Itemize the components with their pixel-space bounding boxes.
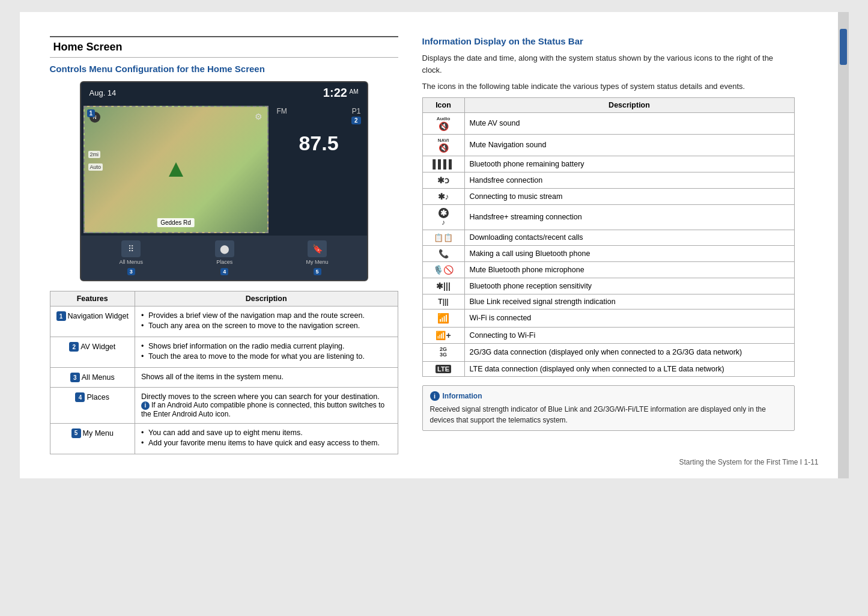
bullet-item: You can add and save up to eight menu it… — [141, 428, 392, 437]
status-icon-header: Icon — [422, 97, 464, 112]
screen-time: 1:22 AM — [323, 86, 359, 100]
badge-inline: 2 — [69, 342, 79, 352]
screen-right-panel: FM P1 2 87.5 — [271, 103, 367, 236]
mute-mic-icon: 🎙️🚫 — [428, 265, 460, 275]
screen-status-bar: Aug. 14 1:22 AM — [81, 82, 367, 103]
screen-icon-places[interactable]: ⬤ Places 4 — [215, 240, 234, 275]
mymenu-icon: 🔖 — [308, 240, 327, 257]
places-label: Places — [216, 259, 232, 265]
handsfree-icon: ✱ᴐ — [428, 175, 460, 185]
radio-label: FM — [277, 107, 287, 115]
status-icon-cell: T||| — [422, 294, 464, 309]
navi-mute-icon: NAVI🔇 — [428, 138, 460, 153]
nav-arrow-container — [169, 162, 183, 177]
status-desc-cell: 2G/3G data connection (displayed only wh… — [464, 343, 794, 362]
status-desc-cell: Bluetooth phone reception sensitivity — [464, 278, 794, 294]
nav-arrow-icon — [169, 162, 183, 177]
badge-5: 5 — [314, 268, 321, 275]
feature-cell: 4Places — [50, 388, 135, 424]
status-desc-cell: Handsfree connection — [464, 172, 794, 188]
status-table-row: LTELTE data connection (displayed only w… — [422, 362, 794, 377]
screen-icon-allmenus[interactable]: ⠿ All Menus 3 — [119, 240, 143, 275]
page-footer: Starting the System for the First Time I… — [679, 458, 818, 466]
screen-body: N 2mi Auto ⚙ Geddes Rd 1 FM P1 — [81, 103, 367, 236]
status-table-row: NAVI🔇Mute Navigation sound — [422, 134, 794, 156]
music-stream-icon: ✱♪ — [428, 192, 460, 201]
feature-table-row: 3All MenusShows all of the items in the … — [50, 368, 398, 388]
status-desc-cell: Bluetooth phone remaining battery — [464, 156, 794, 172]
lte-icon: LTE — [428, 365, 460, 373]
map-distance: 2mi — [88, 151, 101, 158]
feature-table-row: 4PlacesDirectly moves to the screen wher… — [50, 388, 398, 424]
screen-frequency: 87.5 — [277, 132, 361, 155]
bt-reception-icon: ✱||| — [428, 281, 460, 291]
page-container: Home Screen Controls Menu Configuration … — [20, 12, 849, 478]
badge-inline: 3 — [70, 373, 80, 382]
badge-inline: 5 — [71, 428, 81, 438]
bullet-item: Shows brief information on the radio med… — [141, 342, 392, 350]
status-icon-cell: ✱♪ — [422, 204, 464, 230]
info-icon-inline: i — [141, 401, 150, 410]
status-table-row: T|||Blue Link received signal strength i… — [422, 294, 794, 309]
battery-icon: ▌▌▌▌ — [428, 159, 460, 169]
scrollbar-thumb[interactable] — [840, 29, 847, 65]
status-desc-cell: Making a call using Bluetooth phone — [464, 245, 794, 261]
badge-2: 2 — [351, 117, 361, 124]
status-table-row: 📶+Connecting to Wi-Fi — [422, 327, 794, 343]
wifi-connected-icon: 📶 — [428, 313, 460, 324]
badge-inline: 1 — [56, 311, 66, 321]
radio-channel: P1 — [352, 107, 361, 115]
status-table-row: ✱♪Connecting to music stream — [422, 188, 794, 204]
map-road-label: Geddes Rd — [157, 218, 195, 227]
status-icon-cell: ▌▌▌▌ — [422, 156, 464, 172]
status-desc-cell: Downloading contacts/recent calls — [464, 230, 794, 245]
status-icon-cell: ✱||| — [422, 278, 464, 294]
status-table-row: 📋📋Downloading contacts/recent calls — [422, 230, 794, 245]
status-desc-cell: Connecting to Wi-Fi — [464, 327, 794, 343]
desc-cell: Provides a brief view of the navigation … — [135, 306, 398, 337]
section-title: Home Screen — [50, 36, 398, 58]
desc-cell: Shows brief information on the radio med… — [135, 337, 398, 368]
screen-icon-mymenu[interactable]: 🔖 My Menu 5 — [306, 240, 329, 275]
status-desc-header: Description — [464, 97, 794, 112]
desc-text: Shows all of the items in the system men… — [141, 373, 284, 381]
info-box-title: i Information — [430, 391, 787, 401]
mymenu-label: My Menu — [306, 259, 329, 265]
right-para1: Displays the date and time, along with t… — [422, 52, 795, 76]
bullet-item: Touch any area on the screen to move to … — [141, 322, 392, 330]
status-desc-cell: Connecting to music stream — [464, 188, 794, 204]
info-icon: i — [430, 391, 440, 401]
handsfree-stream-icon: ✱♪ — [428, 208, 460, 227]
badge-4: 4 — [220, 268, 228, 275]
status-table-row: 🎙️🚫Mute Bluetooth phone microphone — [422, 261, 794, 278]
download-contacts-icon: 📋📋 — [428, 233, 460, 242]
info-text: Received signal strength indicator of Bl… — [430, 404, 787, 425]
screen-mockup: Aug. 14 1:22 AM N 2mi Auto ⚙ Geddes Rd — [80, 81, 368, 281]
badge-inline: 4 — [75, 392, 85, 402]
status-icon-cell: 📶 — [422, 309, 464, 327]
feature-table: Features Description 1Navigation WidgetP… — [50, 291, 398, 454]
status-desc-cell: Wi-Fi is connected — [464, 309, 794, 327]
making-call-icon: 📞 — [428, 249, 460, 258]
status-icon-cell: ✱♪ — [422, 188, 464, 204]
info-inline: iIf an Android Auto compatible phone is … — [141, 401, 384, 418]
desc-cell: Directly moves to the screen where you c… — [135, 388, 398, 424]
feature-col-header: Features — [50, 291, 135, 306]
screen-bottom-icons: ⠿ All Menus 3 ⬤ Places 4 🔖 My Menu 5 — [81, 236, 367, 280]
places-icon: ⬤ — [215, 240, 234, 257]
status-icon-cell: 2G3G — [422, 343, 464, 362]
feature-cell: 1Navigation Widget — [50, 306, 135, 337]
status-desc-cell: LTE data connection (displayed only when… — [464, 362, 794, 377]
status-table-row: 2G3G2G/3G data connection (displayed onl… — [422, 343, 794, 362]
status-desc-cell: Mute Bluetooth phone microphone — [464, 261, 794, 278]
all-menus-label: All Menus — [119, 259, 143, 265]
right-column: Information Display on the Status Bar Di… — [422, 36, 795, 454]
scrollbar[interactable] — [838, 12, 849, 478]
status-table-row: ✱|||Bluetooth phone reception sensitivit… — [422, 278, 794, 294]
status-desc-cell: Mute AV sound — [464, 112, 794, 134]
bluelink-signal-icon: T||| — [428, 297, 460, 306]
screen-map[interactable]: N 2mi Auto ⚙ Geddes Rd 1 — [83, 106, 269, 233]
map-settings-icon: ⚙ — [255, 112, 263, 121]
bullet-item: Provides a brief view of the navigation … — [141, 311, 392, 320]
map-auto: Auto — [88, 163, 103, 171]
